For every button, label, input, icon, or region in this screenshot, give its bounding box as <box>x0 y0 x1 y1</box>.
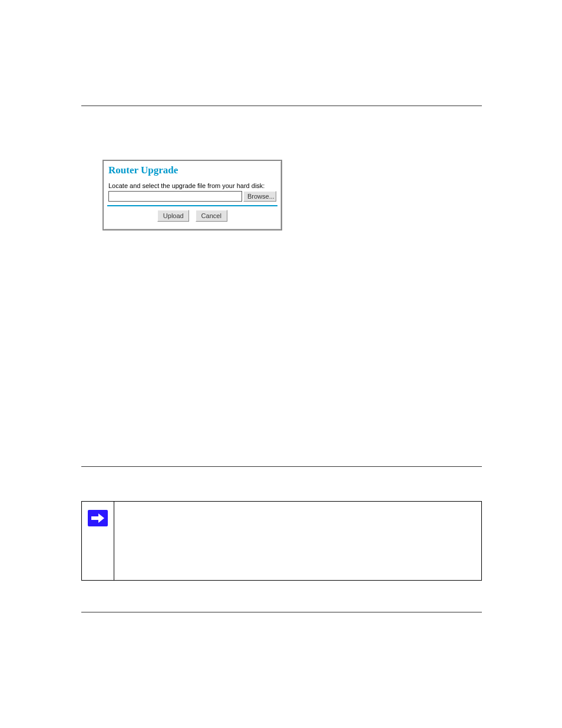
note-text <box>114 502 481 580</box>
router-upgrade-panel: Router Upgrade Locate and select the upg… <box>103 160 282 230</box>
file-row: Browse... <box>108 191 276 202</box>
arrow-right-icon <box>88 510 108 526</box>
panel-title: Router Upgrade <box>108 164 276 176</box>
note-icon-cell <box>82 502 114 580</box>
horizontal-rule <box>81 106 482 106</box>
browse-button[interactable]: Browse... <box>243 191 276 202</box>
panel-divider <box>107 205 277 206</box>
horizontal-rule <box>81 612 482 612</box>
upload-button[interactable]: Upload <box>157 210 189 222</box>
cancel-button[interactable]: Cancel <box>196 210 227 222</box>
note-box <box>81 501 482 581</box>
upgrade-file-input[interactable] <box>108 191 242 202</box>
horizontal-rule <box>81 466 482 467</box>
panel-button-row: Upload Cancel <box>108 210 276 222</box>
panel-instruction: Locate and select the upgrade file from … <box>108 182 276 189</box>
